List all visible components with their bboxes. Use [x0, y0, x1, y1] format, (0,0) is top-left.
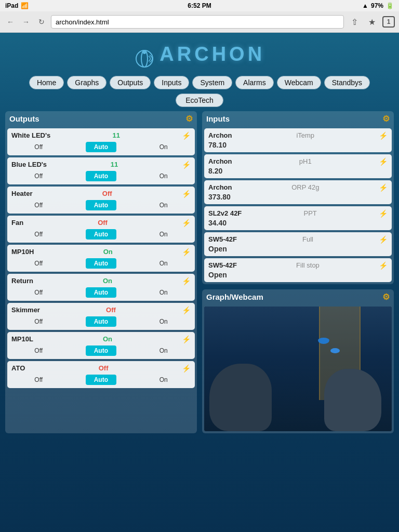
output-auto-ato[interactable]: Auto: [86, 375, 116, 385]
tune-icon-blue-leds[interactable]: ⚡: [182, 161, 191, 169]
output-on-return[interactable]: On: [156, 288, 171, 297]
tune-icon-mp10h[interactable]: ⚡: [182, 248, 191, 256]
output-auto-skimmer[interactable]: Auto: [86, 316, 116, 327]
outputs-gear-icon[interactable]: ⚙: [185, 114, 193, 124]
back-button[interactable]: ←: [4, 16, 17, 28]
input-source-itemp: Archon: [208, 131, 232, 139]
output-on-mp10l[interactable]: On: [156, 346, 171, 355]
output-off-mp10l[interactable]: Off: [31, 346, 46, 355]
tune-icon-ppt[interactable]: ⚡: [379, 209, 388, 218]
input-value-ph1: 8.20: [208, 166, 388, 175]
tune-icon-itemp[interactable]: ⚡: [379, 131, 388, 140]
output-off-mp10h[interactable]: Off: [31, 259, 46, 268]
output-on-ato[interactable]: On: [156, 375, 171, 384]
input-value-orp: 373.80: [208, 192, 388, 201]
tune-icon-mp10l[interactable]: ⚡: [182, 335, 191, 343]
output-item-skimmer: Skimmer Off ⚡ Off Auto On: [7, 303, 195, 330]
input-source-fillstop: SW5-42F: [208, 261, 237, 269]
output-on-white-leds[interactable]: On: [156, 142, 171, 152]
tune-icon-ph1[interactable]: ⚡: [379, 157, 388, 166]
output-auto-return[interactable]: Auto: [86, 287, 116, 298]
output-auto-mp10l[interactable]: Auto: [86, 345, 116, 356]
output-auto-blue-leds[interactable]: Auto: [86, 171, 116, 181]
status-bar-left: iPad 📶: [5, 2, 29, 9]
output-off-heater[interactable]: Off: [31, 201, 46, 210]
nav-webcam[interactable]: Webcam: [277, 76, 321, 89]
battery-icon: 🔋: [386, 2, 394, 9]
nav-alarms[interactable]: Alarms: [235, 76, 274, 89]
output-name-return: Return: [11, 277, 33, 285]
output-off-return[interactable]: Off: [31, 288, 46, 297]
output-off-fan[interactable]: Off: [31, 230, 46, 239]
share-button[interactable]: ⇧: [347, 15, 362, 29]
forward-button[interactable]: →: [20, 16, 32, 28]
output-name-fan: Fan: [11, 219, 23, 227]
output-name-mp10h: MP10H: [11, 248, 34, 256]
output-auto-white-leds[interactable]: Auto: [86, 142, 116, 152]
outputs-header: Outputs ⚙: [5, 111, 197, 126]
output-off-blue-leds[interactable]: Off: [31, 171, 46, 181]
address-bar[interactable]: [51, 15, 344, 29]
tune-icon-heater[interactable]: ⚡: [182, 190, 191, 198]
output-item-mp10l: MP10L On ⚡ Off Auto On: [7, 332, 195, 359]
tune-icon-skimmer[interactable]: ⚡: [182, 306, 191, 314]
output-auto-fan[interactable]: Auto: [86, 229, 116, 240]
output-off-ato[interactable]: Off: [31, 375, 46, 384]
input-item-full: SW5-42F Full ⚡ Open: [204, 232, 392, 256]
tune-icon-full[interactable]: ⚡: [379, 235, 388, 244]
nav-standbys[interactable]: Standbys: [324, 76, 370, 89]
output-name-white-leds: White LED's: [11, 131, 50, 139]
rock2: [324, 369, 381, 431]
tune-icon-orp[interactable]: ⚡: [379, 183, 388, 192]
output-status-white-leds: 11: [112, 131, 119, 139]
input-value-ppt: 34.40: [208, 218, 388, 227]
output-on-mp10h[interactable]: On: [156, 259, 171, 268]
output-status-mp10h: On: [103, 248, 113, 256]
output-name-mp10l: MP10L: [11, 335, 33, 343]
tune-icon-white-leds[interactable]: ⚡: [182, 131, 191, 140]
webcam-gear-icon[interactable]: ⚙: [382, 292, 390, 302]
output-item-mp10h: MP10H On ⚡ Off Auto On: [7, 245, 195, 272]
input-item-fillstop: SW5-42F Fill stop ⚡ Open: [204, 258, 392, 282]
output-status-ato: Off: [99, 364, 109, 372]
output-off-white-leds[interactable]: Off: [31, 142, 46, 152]
nav-menu: Home Graphs Outputs Inputs System Alarms…: [5, 72, 394, 94]
output-status-heater: Off: [102, 190, 112, 197]
tune-icon-return[interactable]: ⚡: [182, 277, 191, 285]
output-off-skimmer[interactable]: Off: [31, 317, 46, 326]
nav-inputs[interactable]: Inputs: [154, 76, 189, 89]
output-name-heater: Heater: [11, 190, 32, 197]
output-on-heater[interactable]: On: [156, 201, 171, 210]
nav-home[interactable]: Home: [29, 76, 64, 89]
input-source-ppt: SL2v2 42F: [208, 209, 242, 217]
tab-count[interactable]: 1: [382, 16, 395, 28]
nav-ecotech[interactable]: EcoTech: [176, 94, 223, 107]
nav-system[interactable]: System: [192, 76, 232, 89]
input-value-fillstop: Open: [208, 270, 388, 279]
output-status-skimmer: Off: [106, 306, 116, 314]
battery-level: 97%: [371, 2, 383, 9]
tune-icon-ato[interactable]: ⚡: [182, 364, 191, 373]
input-label-itemp: iTemp: [296, 131, 314, 139]
tune-icon-fan[interactable]: ⚡: [182, 219, 191, 227]
output-status-return: On: [103, 277, 112, 285]
output-on-fan[interactable]: On: [156, 230, 171, 239]
tune-icon-fillstop[interactable]: ⚡: [379, 261, 388, 270]
output-auto-mp10h[interactable]: Auto: [86, 258, 116, 269]
output-item-return: Return On ⚡ Off Auto On: [7, 274, 195, 301]
input-item-ppt: SL2v2 42F PPT ⚡ 34.40: [204, 206, 392, 230]
bookmark-button[interactable]: ★: [365, 15, 379, 29]
nav-graphs[interactable]: Graphs: [67, 76, 107, 89]
output-item-blue-leds: Blue LED's 11 ⚡ Off Auto On: [7, 157, 195, 184]
output-status-fan: Off: [98, 219, 108, 227]
svg-point-2: [143, 51, 146, 54]
output-name-ato: ATO: [11, 364, 25, 372]
nav-outputs[interactable]: Outputs: [110, 76, 151, 89]
inputs-gear-icon[interactable]: ⚙: [382, 114, 390, 124]
refresh-button[interactable]: ↻: [35, 16, 48, 28]
output-on-skimmer[interactable]: On: [156, 317, 171, 326]
output-item-fan: Fan Off ⚡ Off Auto On: [7, 216, 195, 243]
logo-icon: [134, 48, 155, 69]
output-auto-heater[interactable]: Auto: [86, 200, 116, 210]
output-on-blue-leds[interactable]: On: [156, 171, 171, 181]
